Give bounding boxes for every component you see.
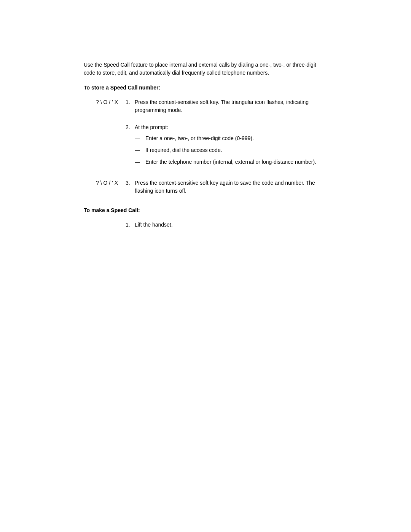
sub-text-2: If required, dial the access code.	[145, 146, 327, 154]
make-section-heading: To make a Speed Call:	[84, 207, 327, 213]
store-step-1-row: ? \ O / ' X 1. Press the context-sensiti…	[84, 98, 327, 114]
store-step-2-sub-list: — Enter a one-, two-, or three-digit cod…	[135, 134, 327, 166]
store-step-2-sub-1: — Enter a one-, two-, or three-digit cod…	[135, 134, 327, 142]
make-step-1-number-row: 1. Lift the handset.	[126, 221, 327, 229]
make-section: To make a Speed Call: 1. Lift the handse…	[84, 207, 327, 229]
store-step-3-icon: ? \ O / ' X	[84, 179, 126, 187]
store-step-2-sub-3: — Enter the telephone number (internal, …	[135, 158, 327, 166]
store-step-3-number: 3.	[126, 179, 135, 187]
store-section-heading: To store a Speed Call number:	[84, 85, 327, 91]
make-step-1-text: Lift the handset.	[135, 221, 327, 229]
store-step-2-main-text: At the prompt:	[135, 124, 168, 130]
store-step-1-number: 1.	[126, 98, 135, 106]
sub-dash-2: —	[135, 146, 145, 154]
make-step-1-row: 1. Lift the handset.	[84, 221, 327, 229]
make-step-1-content: 1. Lift the handset.	[126, 221, 327, 229]
store-step-2-row: 2. At the prompt: — Enter a one-, two-, …	[84, 123, 327, 170]
store-step-1-number-row: 1. Press the context-sensitive soft key.…	[126, 98, 327, 114]
sub-text-1: Enter a one-, two-, or three-digit code …	[145, 134, 327, 142]
store-step-2-number: 2.	[126, 123, 135, 131]
store-step-1-content: 1. Press the context-sensitive soft key.…	[126, 98, 327, 114]
store-section: To store a Speed Call number: ? \ O / ' …	[84, 85, 327, 195]
page-container: Use the Speed Call feature to place inte…	[0, 0, 411, 299]
store-step-2-number-row: 2. At the prompt: — Enter a one-, two-, …	[126, 123, 327, 170]
store-step-1-text: Press the context-sensitive soft key. Th…	[135, 98, 327, 114]
make-step-1-number: 1.	[126, 221, 135, 229]
store-step-2-content: 2. At the prompt: — Enter a one-, two-, …	[126, 123, 327, 170]
store-step-1-icon: ? \ O / ' X	[84, 98, 126, 106]
sub-dash-1: —	[135, 134, 145, 142]
store-step-3-number-row: 3. Press the context-sensitive soft key …	[126, 179, 327, 195]
store-step-3-row: ? \ O / ' X 3. Press the context-sensiti…	[84, 179, 327, 195]
store-step-2-sub-2: — If required, dial the access code.	[135, 146, 327, 154]
sub-dash-3: —	[135, 158, 145, 166]
store-step-2-text-block: At the prompt: — Enter a one-, two-, or …	[135, 123, 327, 170]
store-step-3-content: 3. Press the context-sensitive soft key …	[126, 179, 327, 195]
sub-text-3: Enter the telephone number (internal, ex…	[145, 158, 327, 166]
intro-paragraph: Use the Speed Call feature to place inte…	[84, 61, 327, 77]
store-step-3-text: Press the context-sensitive soft key aga…	[135, 179, 327, 195]
